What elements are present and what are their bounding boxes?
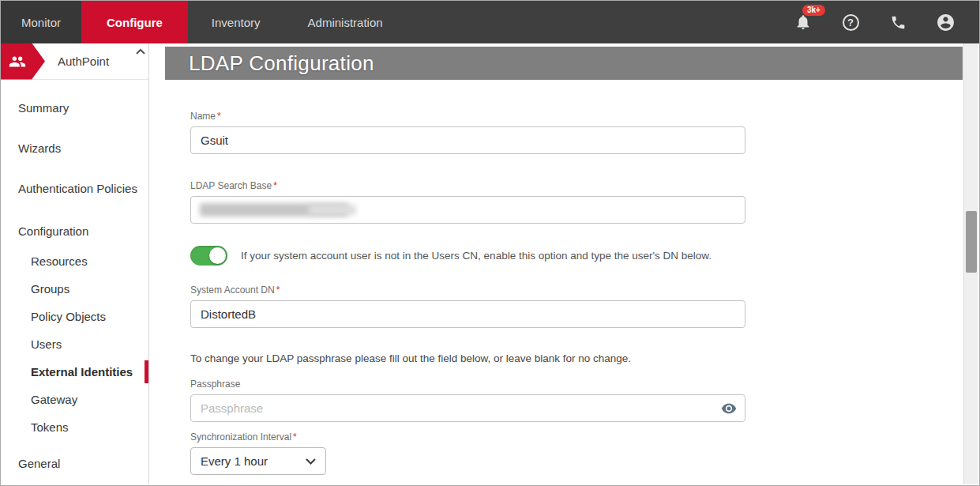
notification-badge: 3k+ xyxy=(802,5,825,16)
sidebar-brand-row: AuthPoint xyxy=(1,43,148,80)
sidebar-item-external-identities[interactable]: External Identities xyxy=(1,358,148,386)
vertical-scrollbar[interactable] xyxy=(963,43,978,484)
user-account-icon xyxy=(936,13,956,32)
account-button[interactable] xyxy=(935,12,956,32)
sidebar-item-groups[interactable]: Groups xyxy=(1,275,148,303)
system-account-dn-field-group: System Account DN* xyxy=(190,284,745,328)
sync-interval-label: Synchronization Interval* xyxy=(190,431,745,443)
sync-interval-select[interactable]: Every 1 hour xyxy=(190,447,326,475)
bell-icon xyxy=(794,13,812,31)
scrollbar-thumb[interactable] xyxy=(966,211,977,273)
nav-item-label: Inventory xyxy=(212,16,261,29)
passphrase-field-group: Passphrase xyxy=(190,379,745,422)
nav-item-label: Administration xyxy=(308,16,383,29)
support-call-button[interactable] xyxy=(888,12,908,32)
required-asterisk: * xyxy=(217,111,221,122)
passphrase-label: Passphrase xyxy=(190,379,745,390)
sync-interval-field-group: Synchronization Interval* Every 1 hour xyxy=(190,431,745,475)
name-field-group: Name* xyxy=(190,111,745,154)
brand-name: AuthPoint xyxy=(58,55,109,68)
ldap-search-base-label: LDAP Search Base* xyxy=(190,180,745,191)
authpoint-logo xyxy=(1,43,45,80)
required-asterisk: * xyxy=(276,284,280,296)
nav-icons-group: 3k+ ? xyxy=(793,1,979,43)
ldap-search-base-field-group: LDAP Search Base* xyxy=(190,180,745,224)
main-content: LDAP Configuration Name* LDAP Search Bas… xyxy=(150,43,963,484)
show-passphrase-button[interactable] xyxy=(721,401,737,416)
sidebar-item-configuration[interactable]: Configuration xyxy=(1,209,148,247)
app-window: Monitor Configure Inventory Administrati… xyxy=(0,0,980,486)
sidebar-item-gateway[interactable]: Gateway xyxy=(1,386,148,413)
sidebar: AuthPoint Summary Wizards Authentication… xyxy=(1,43,149,484)
help-icon: ? xyxy=(843,14,859,31)
sidebar-item-wizards[interactable]: Wizards xyxy=(1,128,148,168)
notifications-button[interactable]: 3k+ xyxy=(793,12,813,32)
nav-item-configure[interactable]: Configure xyxy=(81,1,188,43)
nav-item-inventory[interactable]: Inventory xyxy=(188,1,284,43)
help-button[interactable]: ? xyxy=(840,12,861,32)
page-title: LDAP Configuration xyxy=(189,51,374,76)
system-account-toggle[interactable] xyxy=(190,246,227,266)
eye-icon xyxy=(721,401,737,416)
required-asterisk: * xyxy=(273,180,277,191)
phone-icon xyxy=(890,14,907,31)
sidebar-item-resources[interactable]: Resources xyxy=(1,247,148,275)
required-asterisk: * xyxy=(293,431,297,443)
top-navigation: Monitor Configure Inventory Administrati… xyxy=(1,1,979,43)
sidebar-item-tokens[interactable]: Tokens xyxy=(1,413,148,441)
name-label: Name* xyxy=(190,111,745,122)
sync-interval-value: Every 1 hour xyxy=(201,454,268,468)
sidebar-scroll-up-arrow[interactable] xyxy=(135,46,146,57)
sidebar-item-authentication-policies[interactable]: Authentication Policies xyxy=(1,168,148,209)
system-account-dn-label: System Account DN* xyxy=(190,284,745,296)
toggle-knob xyxy=(209,247,226,264)
sidebar-item-summary[interactable]: Summary xyxy=(1,88,148,128)
system-account-toggle-row: If your system account user is not in th… xyxy=(190,246,745,266)
nav-item-label: Monitor xyxy=(21,16,61,29)
nav-item-label: Configure xyxy=(107,16,163,29)
nav-item-administration[interactable]: Administration xyxy=(284,1,407,43)
sidebar-menu: Summary Wizards Authentication Policies … xyxy=(1,80,148,480)
sidebar-item-policy-objects[interactable]: Policy Objects xyxy=(1,303,148,330)
toggle-description: If your system account user is not in th… xyxy=(241,250,712,262)
passphrase-note: To change your LDAP passphrase please fi… xyxy=(190,352,745,364)
page-header-bar: LDAP Configuration xyxy=(165,47,963,80)
ldap-configuration-form: Name* LDAP Search Base* If your syst xyxy=(190,111,745,475)
name-input[interactable] xyxy=(190,126,745,154)
redacted-value xyxy=(309,205,356,215)
nav-item-monitor[interactable]: Monitor xyxy=(1,1,81,43)
system-account-dn-input[interactable] xyxy=(190,300,745,328)
chevron-down-icon xyxy=(306,458,316,465)
passphrase-input[interactable] xyxy=(190,394,745,422)
people-icon xyxy=(8,53,27,70)
sidebar-item-general[interactable]: General xyxy=(1,441,148,480)
sidebar-item-users[interactable]: Users xyxy=(1,330,148,358)
